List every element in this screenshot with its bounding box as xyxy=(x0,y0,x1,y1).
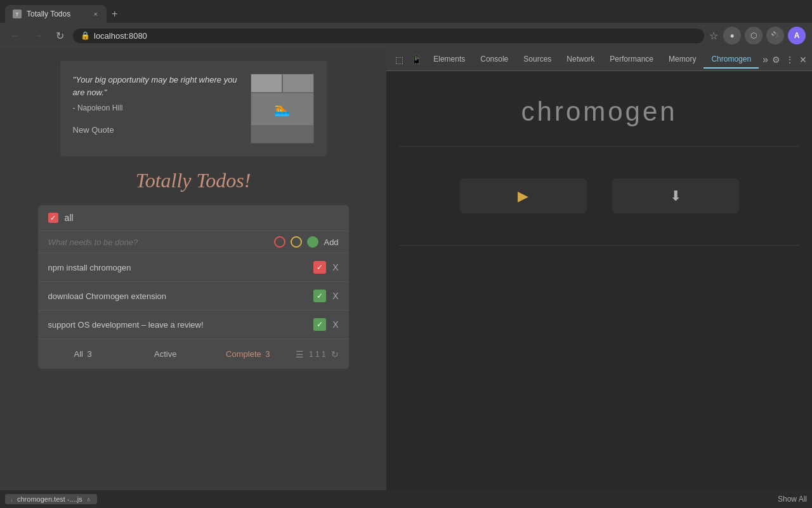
devtools-actions: ⚙ ⋮ ✕ xyxy=(772,55,807,65)
all-label: all xyxy=(65,213,74,223)
chromogen-divider-top xyxy=(399,146,799,147)
quote-box: "Your big opportunity may be right where… xyxy=(60,61,327,156)
reload-button[interactable]: ↻ xyxy=(52,27,68,44)
todo-checkbox-1[interactable]: ✓ xyxy=(313,261,326,274)
devtools-tab-performance[interactable]: Performance xyxy=(602,51,661,69)
todo-item: npm install chromogen ✓ X xyxy=(38,253,349,282)
download-icon: ⬇ xyxy=(670,188,681,204)
file-chip[interactable]: ↓ chromogen.test -....js ∧ xyxy=(5,494,97,504)
todo-text: npm install chromogen xyxy=(48,263,308,272)
todo-checkbox-3[interactable]: ✓ xyxy=(313,318,326,331)
devtools-tab-network[interactable]: Network xyxy=(559,51,602,69)
quote-text: "Your big opportunity may be right where… xyxy=(73,74,241,98)
todo-item: support OS development – leave a review!… xyxy=(38,311,349,339)
extension-icon-3[interactable]: 🔌 xyxy=(766,27,784,44)
devtools-menu-icon[interactable]: ⋮ xyxy=(785,55,794,65)
devtools-tab-elements[interactable]: Elements xyxy=(426,51,473,69)
extension-icon-2[interactable]: ⬡ xyxy=(745,27,763,44)
add-todo-button[interactable]: Add xyxy=(324,237,338,247)
chromogen-play-button[interactable]: ▶ xyxy=(460,178,587,213)
quote-author: - Napoleon Hill xyxy=(73,104,241,112)
profile-avatar[interactable]: A xyxy=(788,27,806,44)
comic-panel-3: 🏊 xyxy=(251,93,313,125)
main-area: "Your big opportunity may be right where… xyxy=(0,48,812,490)
footer-count: 1 1 1 xyxy=(309,350,326,359)
todo-text: download Chromogen extension xyxy=(48,291,308,301)
todo-delete-2[interactable]: X xyxy=(332,291,338,301)
devtools-close-icon[interactable]: ✕ xyxy=(799,55,807,65)
tab-favicon: T xyxy=(13,10,22,18)
quote-comic-image: 🏊 xyxy=(251,74,314,144)
todo-container: ✓ all Add npm install chromogen ✓ X xyxy=(38,205,349,369)
comic-panel-1 xyxy=(251,74,282,92)
devtools-tab-chromogen[interactable]: Chromogen xyxy=(704,51,759,69)
filter-complete-button[interactable]: Complete 3 xyxy=(208,344,288,364)
play-icon: ▶ xyxy=(518,188,528,204)
tab-close-button[interactable]: × xyxy=(93,9,99,19)
file-chip-collapse[interactable]: ∧ xyxy=(86,496,91,503)
chromogen-buttons: ▶ ⬇ xyxy=(460,178,739,213)
show-all-button[interactable]: Show All xyxy=(778,495,807,504)
chromogen-title: chromogen xyxy=(521,97,678,127)
input-row: Add xyxy=(38,231,349,253)
todo-checkbox-2[interactable]: ✓ xyxy=(313,290,326,302)
devtools-settings-icon[interactable]: ⚙ xyxy=(772,55,780,65)
nav-icons: ● ⬡ 🔌 A xyxy=(723,27,806,44)
back-button[interactable]: ← xyxy=(6,27,24,44)
todo-delete-3[interactable]: X xyxy=(332,319,338,330)
devtools-inspect-icon[interactable]: ⬚ xyxy=(391,55,407,65)
tab-bar: T Totally Todos × + xyxy=(0,0,812,23)
devtools-tabs: ⬚ 📱 Elements Console Sources Network Per… xyxy=(386,48,812,71)
todo-text: support OS development – leave a review! xyxy=(48,320,308,330)
devtools-tab-sources[interactable]: Sources xyxy=(516,51,559,69)
comic-panel-2 xyxy=(283,74,313,92)
priority-yellow-button[interactable] xyxy=(291,236,302,248)
file-icon: ↓ xyxy=(10,496,13,503)
new-quote-button[interactable]: New Quote xyxy=(73,125,114,135)
priority-red-button[interactable] xyxy=(274,236,285,248)
page-content: "Your big opportunity may be right where… xyxy=(0,48,386,490)
extension-icon-1[interactable]: ● xyxy=(723,27,741,44)
chromogen-download-button[interactable]: ⬇ xyxy=(612,178,739,213)
forward-button[interactable]: → xyxy=(29,27,47,44)
bookmark-button[interactable]: ☆ xyxy=(709,30,718,42)
todo-input[interactable] xyxy=(48,237,270,247)
devtools-tab-console[interactable]: Console xyxy=(473,51,516,69)
address-bar[interactable]: 🔒 localhost:8080 xyxy=(73,29,704,43)
todo-checkmark-3: ✓ xyxy=(317,320,323,329)
todo-delete-1[interactable]: X xyxy=(332,262,338,272)
refresh-button[interactable]: ↻ xyxy=(331,349,339,359)
all-checkbox[interactable]: ✓ xyxy=(48,213,58,223)
file-name: chromogen.test -....js xyxy=(17,495,82,503)
all-checkbox-mark: ✓ xyxy=(50,214,56,222)
chromogen-divider-bottom xyxy=(399,245,799,246)
all-row: ✓ all xyxy=(38,205,349,231)
filter-active-button[interactable]: Active xyxy=(126,344,206,364)
devtools-more-tabs[interactable]: » xyxy=(759,54,772,65)
sort-icon[interactable]: ☰ xyxy=(296,349,304,359)
footer-icons: ☰ 1 1 1 ↻ xyxy=(291,349,344,359)
devtools-panel: ⬚ 📱 Elements Console Sources Network Per… xyxy=(386,48,812,490)
chromogen-content: chromogen ▶ ⬇ xyxy=(386,71,812,490)
todo-footer: All 3 Active Complete 3 ☰ 1 1 1 ↻ xyxy=(38,339,349,369)
todo-item: download Chromogen extension ✓ X xyxy=(38,282,349,311)
quote-text-area: "Your big opportunity may be right where… xyxy=(73,74,241,144)
devtools-device-icon[interactable]: 📱 xyxy=(407,55,426,65)
priority-green-button[interactable] xyxy=(307,236,318,248)
tab-title: Totally Todos xyxy=(27,10,88,18)
todo-checkmark-2: ✓ xyxy=(317,291,323,300)
filter-all-button[interactable]: All 3 xyxy=(43,344,123,364)
address-text: localhost:8080 xyxy=(94,31,147,41)
todo-checkmark-1: ✓ xyxy=(317,263,323,272)
nav-bar: ← → ↻ 🔒 localhost:8080 ☆ ● ⬡ 🔌 A xyxy=(0,23,812,48)
app-title: Totally Todos! xyxy=(136,169,251,192)
active-tab[interactable]: T Totally Todos × xyxy=(5,5,107,23)
new-tab-button[interactable]: + xyxy=(107,8,122,20)
file-bar: ↓ chromogen.test -....js ∧ Show All xyxy=(0,490,812,508)
devtools-tab-memory[interactable]: Memory xyxy=(661,51,704,69)
browser-chrome: T Totally Todos × + ← → ↻ 🔒 localhost:80… xyxy=(0,0,812,48)
